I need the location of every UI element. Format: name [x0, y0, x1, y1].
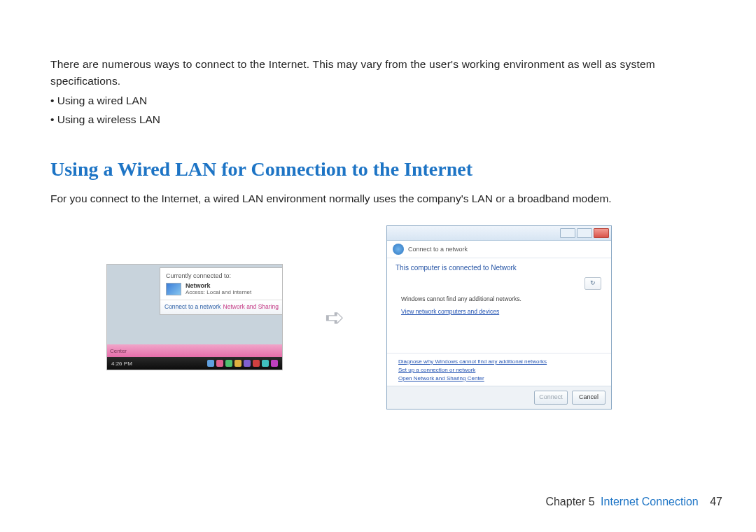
- tray-icon[interactable]: [234, 360, 241, 367]
- tray-icon[interactable]: [207, 360, 214, 367]
- connect-button[interactable]: Connect: [534, 391, 568, 405]
- close-button[interactable]: [594, 228, 609, 238]
- tray-icon[interactable]: [216, 360, 223, 367]
- sharing-link[interactable]: Network and Sharing: [223, 303, 279, 310]
- tray-icon[interactable]: [244, 360, 251, 367]
- diagnose-link[interactable]: Diagnose why Windows cannot find any add…: [398, 358, 600, 366]
- figure-right: Connect to a network This computer is co…: [386, 225, 612, 410]
- tray-icon[interactable]: [271, 360, 278, 367]
- setup-link[interactable]: Set up a connection or network: [398, 366, 600, 374]
- breadcrumb-text: Connect to a network: [408, 246, 468, 253]
- section-desc: For you connect to the Internet, a wired…: [50, 190, 706, 206]
- footer-chapter: Chapter 5: [545, 496, 594, 507]
- open-center-link[interactable]: Open Network and Sharing Center: [398, 374, 600, 383]
- page-footer: Chapter 5 Internet Connection 47: [545, 496, 722, 508]
- bullet-item: Using a wired LAN: [50, 91, 706, 110]
- network-icon: [166, 283, 181, 295]
- network-popup: Currently connected to: Network Access: …: [160, 267, 283, 315]
- figures-row: Currently connected to: Network Access: …: [50, 225, 706, 410]
- figure-left: Currently connected to: Network Access: …: [106, 264, 283, 370]
- maximize-button[interactable]: [577, 228, 592, 238]
- dialog-message: Windows cannot find any additional netwo…: [401, 295, 597, 302]
- refresh-button[interactable]: ↻: [584, 277, 601, 290]
- network-access: Access: Local and Internet: [186, 289, 251, 295]
- arrow-icon: ➪: [314, 303, 356, 331]
- section-heading: Using a Wired LAN for Connection to the …: [50, 158, 706, 181]
- system-tray: [207, 360, 278, 367]
- tray-icon[interactable]: [253, 360, 260, 367]
- back-icon[interactable]: [393, 244, 404, 255]
- intro-text: There are numerous ways to connect to th…: [50, 56, 706, 90]
- dialog-links: Diagnose why Windows cannot find any add…: [387, 353, 611, 386]
- view-devices-link[interactable]: View network computers and devices: [401, 308, 597, 315]
- network-name: Network: [186, 282, 251, 289]
- pink-left-label: Center: [110, 348, 127, 354]
- footer-page: 47: [710, 496, 722, 507]
- popup-header: Currently connected to:: [166, 272, 277, 279]
- footer-title: Internet Connection: [601, 496, 699, 507]
- tray-icon[interactable]: [225, 360, 232, 367]
- clock: 4:26 PM: [111, 360, 132, 367]
- bullet-list: Using a wired LAN Using a wireless LAN: [50, 91, 706, 129]
- dialog-banner: This computer is connected to Network: [387, 258, 611, 276]
- taskbar-dark: 4:26 PM: [107, 357, 282, 370]
- connect-link[interactable]: Connect to a network: [164, 303, 220, 310]
- dialog-footer: Connect Cancel: [387, 386, 611, 409]
- taskbar-pink: Center: [107, 344, 282, 357]
- tray-icon[interactable]: [262, 360, 269, 367]
- breadcrumb-bar: Connect to a network: [387, 241, 611, 258]
- bullet-item: Using a wireless LAN: [50, 110, 706, 129]
- minimize-button[interactable]: [560, 228, 575, 238]
- cancel-button[interactable]: Cancel: [572, 391, 606, 405]
- window-titlebar: [387, 226, 611, 241]
